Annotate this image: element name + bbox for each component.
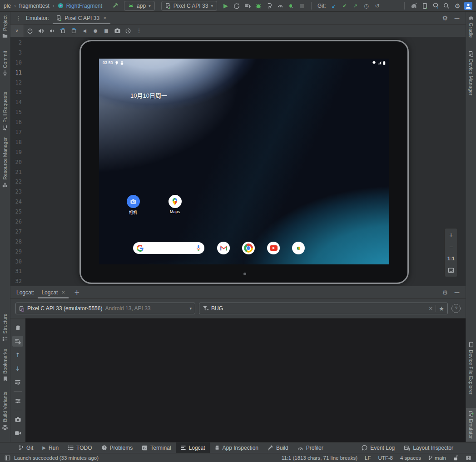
git-commit-button[interactable]: ✔ (340, 1, 350, 11)
sidebar-item-device-manager[interactable]: Device Manager (466, 51, 476, 95)
toolbar-button-layout-inspector[interactable]: Layout Inspector (399, 442, 458, 453)
zoom-out-button[interactable]: − (446, 242, 456, 251)
logcat-device-dropdown[interactable]: Pixel C API 33 (emulator-5556) Android 1… (15, 303, 195, 314)
gutter-line-number[interactable]: 31 (10, 267, 25, 277)
logcat-output-area[interactable] (25, 318, 466, 443)
snapshots-button[interactable] (123, 26, 133, 36)
search-icon[interactable] (441, 1, 451, 11)
notifications-icon[interactable] (466, 455, 471, 461)
rotate-left-button[interactable] (58, 26, 68, 36)
toolbar-button-todo[interactable]: TODO (63, 442, 96, 453)
toolbar-button-terminal[interactable]: Terminal (137, 442, 175, 453)
volume-down-button[interactable] (47, 26, 57, 36)
line-separator[interactable]: LF (365, 455, 371, 461)
minimize-icon[interactable]: — (454, 15, 460, 21)
gutter-line-number[interactable]: 26 (10, 217, 25, 227)
build-hammer-icon[interactable] (110, 1, 120, 11)
logcat-filter-input[interactable]: BUG × ★ (199, 303, 448, 314)
sidebar-item-device-file-explorer[interactable]: Device File Explorer (466, 342, 476, 394)
gear-icon[interactable]: ⚙ (442, 15, 448, 22)
actual-size-button[interactable]: 1:1 (446, 254, 456, 263)
gutter-line-number[interactable]: 11 (10, 68, 25, 78)
git-update-button[interactable]: ↙ (329, 1, 339, 11)
profile-apk-button[interactable] (286, 1, 296, 11)
close-icon[interactable]: × (102, 15, 107, 21)
gutter-line-number[interactable]: 21 (10, 168, 25, 178)
sidebar-item-emulator[interactable]: Emulator (466, 408, 476, 442)
power-button[interactable] (25, 26, 35, 36)
sdk-manager-button[interactable] (431, 1, 441, 11)
screen-record-button[interactable] (12, 427, 23, 438)
sidebar-item-gradle[interactable]: Gradle (466, 15, 476, 38)
device-screen[interactable]: 03:50 10月10日周一 相机 (99, 59, 389, 264)
write-access-lock-icon[interactable] (453, 455, 458, 461)
home-button[interactable]: ● (90, 26, 100, 36)
gutter-line-number[interactable]: 3 (10, 48, 25, 58)
sidebar-item-resource-manager[interactable]: Resource Manager (0, 137, 10, 188)
favorite-star-icon[interactable]: ★ (439, 305, 444, 312)
run-button[interactable]: ▶ (221, 1, 231, 11)
toolbar-button-run[interactable]: ▶ Run (38, 442, 63, 453)
sidebar-item-bookmarks[interactable]: Bookmarks (0, 349, 10, 382)
attach-debugger-button[interactable] (264, 1, 274, 11)
screenshot-button[interactable] (12, 414, 23, 425)
app-shortcut-maps[interactable]: Maps (162, 195, 188, 214)
git-push-button[interactable]: ↗ (351, 1, 361, 11)
breadcrumb-project[interactable]: ple (3, 3, 12, 9)
gradle-sync-button[interactable] (409, 1, 419, 11)
soft-wrap-button[interactable] (12, 377, 23, 387)
gutter-line-number[interactable]: 13 (10, 88, 25, 98)
breadcrumb-module[interactable]: fragmenttest (18, 3, 50, 9)
gutter-line-number[interactable]: 24 (10, 197, 25, 207)
overview-button[interactable]: ■ (101, 26, 111, 36)
gutter-line-number[interactable]: 15 (10, 108, 25, 118)
youtube-app-icon[interactable] (267, 242, 280, 254)
gutter-line-number[interactable]: 16 (10, 118, 25, 128)
toolbar-button-profiler[interactable]: Profiler (293, 442, 328, 453)
more-kebab-icon[interactable]: ⋮ (134, 26, 144, 36)
sidebar-item-project[interactable]: Project (0, 15, 10, 38)
gutter-line-number[interactable]: 25 (10, 207, 25, 217)
settings-gear-icon[interactable]: ⚙ (452, 1, 462, 11)
toolbar-button-problems[interactable]: Problems (97, 442, 138, 453)
minimize-icon[interactable]: — (454, 289, 460, 296)
git-rollback-button[interactable]: ↺ (372, 1, 382, 11)
gutter-line-number[interactable]: 28 (10, 237, 25, 247)
clear-filter-icon[interactable]: × (428, 305, 433, 312)
gutter-line-number[interactable]: 22 (10, 177, 25, 187)
run-config-dropdown[interactable]: app ▾ (124, 1, 155, 11)
device-manager-button[interactable] (420, 1, 430, 11)
sidebar-item-build-variants[interactable]: Build Variants (0, 392, 10, 430)
options-kebab-icon[interactable]: ⋮ (14, 15, 23, 21)
indent-setting[interactable]: 4 spaces (400, 455, 421, 461)
toolbar-button-app-inspection[interactable]: App Inspection (210, 442, 263, 453)
gutter-line-number[interactable]: 18 (10, 138, 25, 148)
gutter-line-number[interactable]: 32 (10, 277, 25, 287)
file-encoding[interactable]: UTF-8 (378, 455, 393, 461)
gutter-line-number[interactable]: 17 (10, 128, 25, 138)
next-occurrence-button[interactable]: ↓ (12, 363, 23, 374)
toolwindow-toggle-icon[interactable] (5, 455, 10, 461)
apply-changes-button[interactable] (232, 1, 242, 11)
sidebar-item-structure[interactable]: Structure (0, 313, 10, 342)
gutter-line-number[interactable]: 30 (10, 257, 25, 267)
volume-up-button[interactable] (36, 26, 46, 36)
add-tab-button[interactable]: + (69, 288, 84, 297)
toolbar-button-event-log[interactable]: Event Log (357, 442, 399, 453)
close-icon[interactable]: × (60, 289, 65, 296)
toolbar-button-build[interactable]: Build (263, 442, 293, 453)
git-history-button[interactable]: ◷ (362, 1, 372, 11)
help-icon[interactable]: ? (451, 304, 461, 313)
gutter-line-number[interactable]: 2 (10, 38, 25, 48)
profiler-button[interactable] (275, 1, 285, 11)
sidebar-item-commit[interactable]: Commit (0, 51, 10, 76)
breadcrumb-class[interactable]: RightFragment (65, 3, 103, 9)
gutter-line-number[interactable]: 10 (10, 58, 25, 68)
toolbar-button-logcat[interactable]: Logcat (176, 442, 210, 453)
photos-app-icon[interactable] (292, 242, 305, 254)
gutter-line-number[interactable]: 27 (10, 227, 25, 237)
clear-logcat-button[interactable] (12, 322, 23, 333)
gutter-line-number[interactable]: 29 (10, 247, 25, 257)
apply-code-changes-button[interactable] (243, 1, 253, 11)
app-shortcut-camera[interactable]: 相机 (120, 195, 146, 215)
